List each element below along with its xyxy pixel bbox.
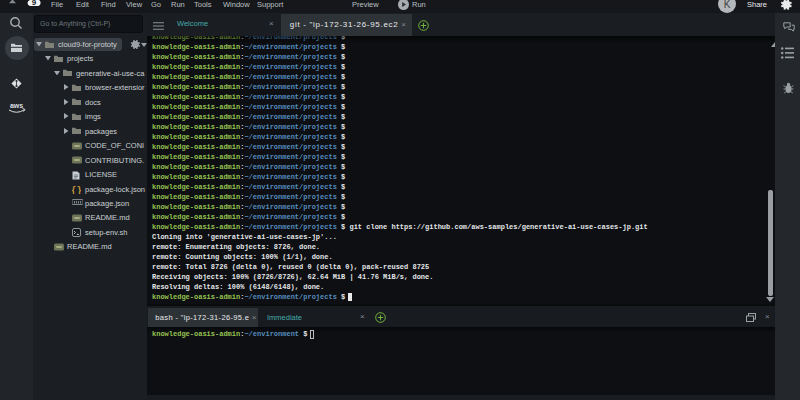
svg-text:aws: aws [10, 102, 23, 109]
svg-text:K: K [724, 0, 731, 10]
svg-text:{}: {} [72, 186, 81, 195]
svg-text:9: 9 [32, 0, 37, 7]
